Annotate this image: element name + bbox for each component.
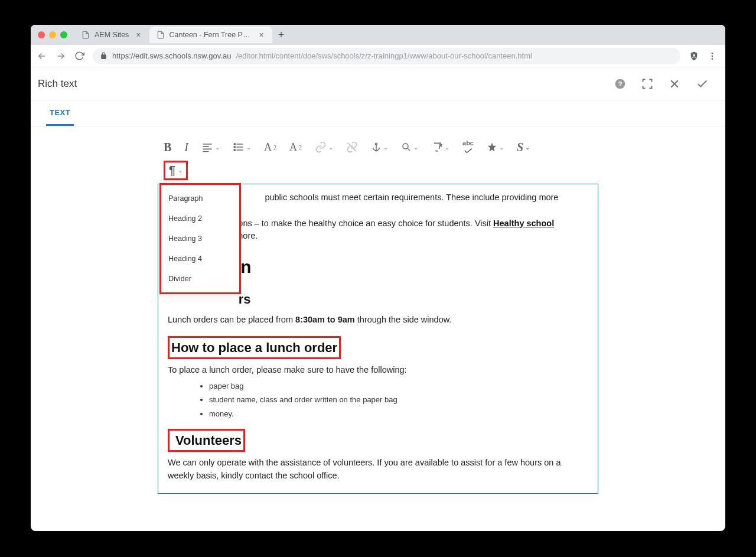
address-bar: https://edit.sws.schools.nsw.gov.au/edit… xyxy=(31,45,725,67)
close-icon[interactable] xyxy=(669,78,680,90)
editor-title: Rich text xyxy=(38,78,77,90)
superscript-button[interactable]: A2 xyxy=(289,141,302,154)
maximize-window[interactable] xyxy=(60,31,67,38)
close-window[interactable] xyxy=(38,31,45,38)
browser-tab-aem[interactable]: AEM Sites × xyxy=(74,27,149,43)
done-icon[interactable] xyxy=(696,77,709,90)
rich-text-toolbar: B I ⌄ ⌄ A2 A2 ⌄ ⌄ ⌄ ⌄ abc ⌄ S⌄ xyxy=(158,137,598,159)
link-button[interactable]: ⌄ xyxy=(315,141,333,154)
paragraph-format-menu: Paragraph Heading 2 Heading 3 Heading 4 … xyxy=(159,183,241,294)
list-button[interactable]: ⌄ xyxy=(233,141,251,154)
svg-point-1 xyxy=(712,53,713,54)
svg-point-10 xyxy=(403,144,408,149)
spellcheck-button[interactable]: abc xyxy=(462,141,474,154)
tab-label: AEM Sites xyxy=(94,31,129,39)
tab-label: Canteen - Fern Tree Public Sch xyxy=(170,31,252,39)
menu-item-divider[interactable]: Divider xyxy=(161,269,239,289)
nav-reload[interactable] xyxy=(74,51,84,61)
new-tab-button[interactable]: + xyxy=(272,29,291,41)
list-item: money. xyxy=(209,408,588,420)
order-requirements-list: paper bag student name, class and order … xyxy=(209,380,588,420)
specialchar-button[interactable]: ⌄ xyxy=(487,141,504,154)
clear-format-button[interactable]: ⌄ xyxy=(431,141,449,154)
close-tab-icon[interactable]: × xyxy=(257,30,266,40)
workspace: B I ⌄ ⌄ A2 A2 ⌄ ⌄ ⌄ ⌄ abc ⌄ S⌄ ¶ ⌄ xyxy=(31,126,725,531)
url-field[interactable]: https://edit.sws.schools.nsw.gov.au/edit… xyxy=(93,48,680,64)
subscript-button[interactable]: A2 xyxy=(264,141,276,154)
svg-point-7 xyxy=(234,146,235,148)
window-controls xyxy=(38,31,67,38)
help-icon[interactable]: ? xyxy=(614,78,626,90)
pilcrow-icon: ¶ xyxy=(169,164,175,177)
find-button[interactable]: ⌄ xyxy=(401,141,418,154)
list-item: student name, class and order written on… xyxy=(209,394,588,406)
svg-point-3 xyxy=(712,58,713,60)
orders-paragraph: Lunch orders can be placed from 8:30am t… xyxy=(168,314,588,327)
menu-item-paragraph[interactable]: Paragraph xyxy=(161,188,239,209)
svg-point-6 xyxy=(234,144,235,145)
unlink-button[interactable] xyxy=(346,141,358,154)
browser-window: AEM Sites × Canteen - Fern Tree Public S… xyxy=(31,25,725,531)
browser-tab-strip: AEM Sites × Canteen - Fern Tree Public S… xyxy=(31,25,725,45)
paragraph-format-button[interactable]: ¶ ⌄ xyxy=(164,161,188,180)
heading-volunteers: Volunteers xyxy=(168,429,588,452)
minimize-window[interactable] xyxy=(49,31,56,38)
list-item: paper bag xyxy=(209,380,588,392)
lock-icon xyxy=(100,52,107,60)
editor-subtabs: TEXT xyxy=(31,100,725,126)
fullscreen-icon[interactable] xyxy=(641,78,653,90)
italic-button[interactable]: I xyxy=(184,141,188,154)
heading-place-order: How to place a lunch order xyxy=(168,336,588,359)
menu-icon[interactable] xyxy=(708,51,717,61)
svg-text:?: ? xyxy=(618,80,622,87)
menu-item-heading-3[interactable]: Heading 3 xyxy=(161,229,239,249)
browser-tab-canteen[interactable]: Canteen - Fern Tree Public Sch × xyxy=(149,27,272,43)
close-tab-icon[interactable]: × xyxy=(133,30,143,40)
profile-icon[interactable] xyxy=(689,51,699,61)
place-order-intro: To place a lunch order, please make sure… xyxy=(168,364,588,377)
menu-item-heading-2[interactable]: Heading 2 xyxy=(161,209,239,229)
svg-point-9 xyxy=(376,143,377,145)
url-path: /editor.html/content/doe/sws/schools/z/z… xyxy=(236,51,532,60)
svg-point-2 xyxy=(712,55,713,57)
anchor-button[interactable]: ⌄ xyxy=(371,141,388,154)
align-button[interactable]: ⌄ xyxy=(201,141,220,154)
url-host: https://edit.sws.schools.nsw.gov.au xyxy=(112,51,231,60)
bold-button[interactable]: B xyxy=(164,141,171,154)
file-icon xyxy=(157,31,165,39)
nav-forward[interactable] xyxy=(56,51,66,61)
volunteers-paragraph: We can only operate with the assistance … xyxy=(168,457,588,483)
nav-back[interactable] xyxy=(37,51,47,61)
healthy-school-link[interactable]: Healthy school xyxy=(493,219,554,228)
svg-point-8 xyxy=(234,149,235,151)
tab-text[interactable]: TEXT xyxy=(46,101,74,126)
source-button[interactable]: S⌄ xyxy=(517,141,530,154)
file-icon xyxy=(82,31,90,39)
svg-point-0 xyxy=(693,54,695,56)
editor-header: Rich text ? xyxy=(31,67,725,100)
menu-item-heading-4[interactable]: Heading 4 xyxy=(161,249,239,269)
